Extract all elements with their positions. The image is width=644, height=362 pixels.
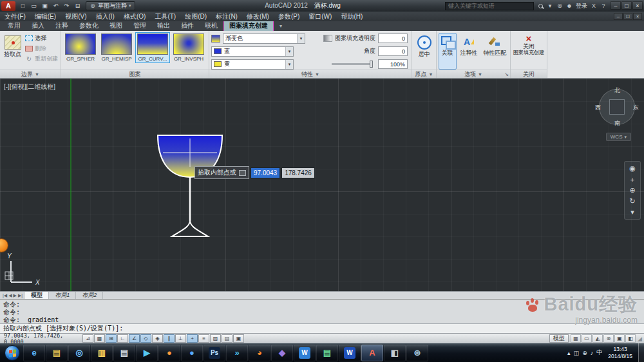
viewcube-north[interactable]: 北 xyxy=(614,86,620,95)
menu-item[interactable]: 工具(T) xyxy=(150,12,180,21)
browser-icon[interactable]: ◎ xyxy=(68,345,90,361)
command-input[interactable]: 拾取内部点或 [选择对象(S)/设置(T)]: xyxy=(0,323,644,333)
word-icon[interactable]: W xyxy=(339,345,361,361)
qq-icon[interactable]: ● xyxy=(158,345,180,361)
ribbon-tab[interactable]: 输出 xyxy=(152,21,175,31)
search-input[interactable] xyxy=(445,2,534,10)
last-tab-icon[interactable]: ▶| xyxy=(18,293,23,298)
menu-item[interactable]: 插入(I) xyxy=(91,12,118,21)
wine-glass-foot[interactable] xyxy=(172,221,208,236)
infer-constraints-toggle[interactable]: ⊿ xyxy=(82,334,93,343)
match-properties-button[interactable]: 特性匹配 xyxy=(482,33,509,70)
navigation-wheel-icon[interactable]: ◉ xyxy=(625,163,639,174)
messenger-icon[interactable]: ● xyxy=(181,345,203,361)
ortho-toggle[interactable]: ∟ xyxy=(117,334,128,343)
ribbon-tab[interactable]: 图案填充创建 xyxy=(223,20,274,31)
open-file-icon[interactable]: ▭ xyxy=(29,1,39,10)
search-icon[interactable] xyxy=(537,4,544,8)
autocad-taskbar-icon[interactable]: A xyxy=(361,345,383,361)
slider-thumb[interactable] xyxy=(370,61,373,68)
save-icon[interactable]: ▣ xyxy=(40,1,50,10)
pan-icon[interactable]: + xyxy=(625,174,639,185)
viewcube-top-face[interactable] xyxy=(609,99,625,115)
ribbon-tab[interactable]: 管理 xyxy=(128,21,151,31)
hatch-type-select[interactable]: 渐变色 ▼ xyxy=(223,33,305,44)
panel-title-origin[interactable]: 原点 ▼ xyxy=(412,70,436,78)
quick-properties-toggle[interactable]: ▤ xyxy=(222,334,232,343)
annotative-button[interactable]: A 注释性 xyxy=(459,33,480,70)
plot-icon[interactable]: ⊟ xyxy=(73,1,82,10)
ducs-toggle[interactable]: ⊥ xyxy=(175,334,186,343)
dynamic-input-toggle[interactable]: + xyxy=(187,334,198,343)
orbit-icon[interactable]: ↻ xyxy=(625,196,639,207)
first-tab-icon[interactable]: |◀ xyxy=(3,293,7,298)
firefox-icon[interactable]: ◕ xyxy=(249,345,270,361)
thunder-icon[interactable]: » xyxy=(226,345,248,361)
grid-toggle[interactable]: ⊞ xyxy=(106,334,117,343)
menu-item[interactable]: 标注(N) xyxy=(211,12,242,21)
zoom-icon[interactable]: ⊕ xyxy=(625,185,639,196)
panel-title-boundary[interactable]: 边界 ▼ xyxy=(0,70,61,78)
start-button[interactable] xyxy=(5,345,20,361)
gradient-color1-select[interactable]: 蓝 ▼ xyxy=(211,46,294,57)
tray-expand-icon[interactable]: ▴ xyxy=(567,350,571,356)
viewcube-south[interactable]: 南 xyxy=(614,119,620,128)
doc-restore-button[interactable]: □ xyxy=(623,13,632,20)
pick-points-button[interactable]: 拾取点 xyxy=(2,33,23,70)
workspace-switcher[interactable]: ⊛ 草图与注释 ▾ xyxy=(86,1,135,10)
menu-item[interactable]: 窗口(W) xyxy=(304,12,336,21)
wps-icon[interactable]: W xyxy=(294,345,316,361)
recreate-boundary-button[interactable]: ↻ 重新创建 xyxy=(25,55,58,63)
next-tab-icon[interactable]: ▶ xyxy=(14,293,17,298)
remove-boundary-button[interactable]: 删除 xyxy=(25,44,58,53)
gradient-color2-select[interactable]: 黄 ▼ xyxy=(211,59,294,70)
exchange-apps-icon[interactable]: X xyxy=(591,3,597,9)
media-player-icon[interactable]: ▶ xyxy=(136,345,158,361)
input-method-icon[interactable]: 中 xyxy=(596,348,602,357)
ie-icon[interactable]: e xyxy=(23,345,45,361)
explorer-icon[interactable]: ▥ xyxy=(91,345,113,361)
notepad-icon[interactable]: ▤ xyxy=(113,345,135,361)
menu-item[interactable]: 修改(M) xyxy=(242,12,274,21)
pattern-gr-curved[interactable]: GR_CURV... xyxy=(135,32,170,63)
gradient-tint-slider[interactable] xyxy=(332,63,373,65)
layout-tab-layout1[interactable]: 布局1 xyxy=(49,292,76,299)
ribbon-tab[interactable]: 注释 xyxy=(50,21,73,31)
wcs-selector[interactable]: WCS ▾ xyxy=(606,133,631,141)
ribbon-tab[interactable]: 常用 xyxy=(3,21,26,31)
folder-icon[interactable]: ▤ xyxy=(46,345,68,361)
ribbon-tab[interactable]: 参数化 xyxy=(74,21,104,31)
viewcube-west[interactable]: 西 xyxy=(595,104,601,112)
command-window[interactable]: 命令:命令:命令: _gradient 拾取内部点或 [选择对象(S)/设置(T… xyxy=(0,299,644,333)
viewport-controls[interactable]: [-][俯视][二维线框] xyxy=(4,82,55,91)
quick-view-drawings-icon[interactable]: ▭ xyxy=(582,334,592,343)
clean-screen-icon[interactable]: ◧ xyxy=(625,334,636,343)
menu-item[interactable]: 文件(F) xyxy=(0,12,30,21)
doc-minimize-button[interactable]: – xyxy=(614,13,623,20)
select-boundary-button[interactable]: 选择 xyxy=(25,34,58,43)
menu-item[interactable]: 编辑(E) xyxy=(30,12,61,21)
annotation-scale-icon[interactable]: ◭ xyxy=(592,334,603,343)
tray-window-icon[interactable]: ◫ xyxy=(574,350,580,356)
subscription-center-icon[interactable]: ⊚ xyxy=(556,3,563,9)
menu-item[interactable]: 绘图(D) xyxy=(180,12,211,21)
dyn-x-input[interactable]: 97.0043 xyxy=(251,167,280,178)
user-icon[interactable]: ☻ xyxy=(566,3,573,9)
pattern-gr-spher[interactable]: GR_SPHER xyxy=(63,32,98,63)
layout-tab-model[interactable]: 模型 xyxy=(25,292,49,299)
drawing-canvas[interactable]: Y X [-][俯视][二维线框] 北 南 西 东 WCS ▾ ◉+⊕↻▾ 拾取… xyxy=(0,79,644,291)
viewcube-east[interactable]: 东 xyxy=(633,104,639,112)
ribbon-minimize-icon[interactable]: ▾ xyxy=(279,23,282,29)
menu-item[interactable]: 帮助(H) xyxy=(336,12,367,21)
help-icon[interactable]: ? xyxy=(600,3,607,9)
transparency-toggle[interactable]: ▨ xyxy=(210,334,221,343)
chevron-down-icon[interactable]: ▾ xyxy=(547,3,553,9)
osnap-toggle[interactable]: ◇ xyxy=(140,334,151,343)
status-grip-icon[interactable]: ◢ xyxy=(638,336,642,342)
signin-link[interactable]: 登录 xyxy=(576,2,587,10)
maximize-button[interactable]: □ xyxy=(621,1,632,10)
tray-network-icon[interactable]: ⊕ xyxy=(582,350,587,356)
associative-button[interactable]: 关联 xyxy=(439,33,457,70)
image-viewer-icon[interactable]: ◧ xyxy=(384,345,406,361)
tray-volume-icon[interactable]: ♪ xyxy=(591,350,594,356)
